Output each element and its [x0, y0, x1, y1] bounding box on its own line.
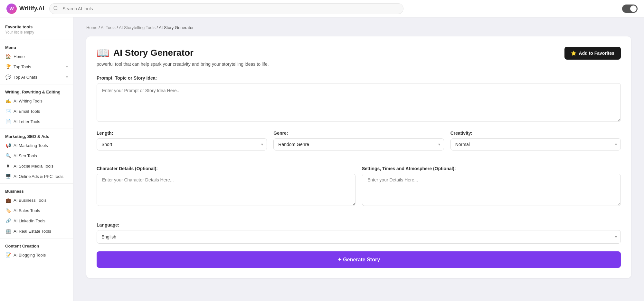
sidebar-item-ai-letter-label: AI Letter Tools — [14, 119, 68, 124]
sidebar-item-ai-marketing-label: AI Marketing Tools — [14, 143, 68, 148]
sidebar-item-ai-marketing-tools[interactable]: 📢 AI Marketing Tools — [0, 140, 73, 150]
search-bar — [49, 3, 403, 14]
chevron-down-icon-2: ▾ — [66, 75, 68, 79]
genre-label: Genre: — [273, 131, 444, 136]
sidebar-item-ai-writing-label: AI Writing Tools — [14, 99, 68, 103]
sidebar-item-ai-business-tools[interactable]: 💼 AI Business Tools — [0, 195, 73, 205]
creativity-select[interactable]: Normal Low High Very High — [450, 138, 621, 150]
ai-blogging-icon: 📝 — [5, 252, 11, 258]
star-icon: ⭐ — [571, 51, 576, 56]
marketing-category: Marketing, SEO & Ads — [0, 131, 73, 140]
breadcrumb-ai-tools[interactable]: AI Tools — [101, 25, 116, 30]
language-select[interactable]: English Spanish French German Portuguese… — [97, 230, 621, 244]
search-input[interactable] — [49, 3, 403, 14]
divider-2 — [0, 84, 73, 84]
character-textarea[interactable] — [97, 174, 355, 206]
sidebar-item-ai-social-media-tools[interactable]: # AI Social Media Tools — [0, 161, 73, 171]
sidebar-item-ai-real-estate-label: AI Real Estate Tools — [14, 229, 68, 234]
options-row: Length: Short Medium Long ▾ Genre: — [97, 131, 621, 158]
sidebar-item-ai-real-estate-tools[interactable]: 🏢 AI Real Estate Tools — [0, 226, 73, 236]
creativity-label: Creativity: — [450, 131, 621, 136]
breadcrumb-storytelling[interactable]: AI Storytelling Tools — [119, 25, 156, 30]
settings-label: Settings, Times and Atmosphere (Optional… — [362, 166, 621, 171]
creativity-select-wrap: Normal Low High Very High ▾ — [450, 138, 621, 150]
divider-3 — [0, 129, 73, 129]
menu-label: Menu — [0, 42, 73, 51]
favorite-tools-title: Favorite tools — [0, 23, 73, 30]
sidebar-item-ai-seo-label: AI Seo Tools — [14, 153, 68, 158]
content-category: Content Creation — [0, 240, 73, 250]
logo-text: Writify.AI — [19, 5, 44, 12]
ai-writing-icon: ✍️ — [5, 98, 11, 104]
ai-marketing-icon: 📢 — [5, 142, 11, 148]
sidebar-item-home[interactable]: 🏠 Home — [0, 51, 73, 62]
add-favorites-label: Add to Favorites — [579, 51, 614, 56]
optional-row: Character Details (Optional): Settings, … — [97, 166, 621, 215]
sidebar-item-ai-sales-tools[interactable]: 🏷️ AI Sales Tools — [0, 205, 73, 216]
length-select[interactable]: Short Medium Long — [97, 138, 267, 150]
ai-sales-icon: 🏷️ — [5, 208, 11, 213]
sidebar-item-home-label: Home — [14, 54, 68, 59]
sidebar-item-ai-sales-label: AI Sales Tools — [14, 208, 68, 213]
ai-ads-icon: 🖥️ — [5, 173, 11, 179]
card-title-area: 📖 AI Story Generator powerful tool that … — [97, 47, 269, 68]
prompt-section: Prompt, Topic or Story idea: — [97, 75, 621, 123]
card-description: powerful tool that can help spark your c… — [97, 61, 269, 68]
character-section: Character Details (Optional): — [97, 166, 355, 207]
sidebar-item-ai-email-tools[interactable]: ✉️ AI Email Tools — [0, 106, 73, 116]
main-card: 📖 AI Story Generator powerful tool that … — [86, 36, 631, 278]
creativity-section: Creativity: Normal Low High Very High ▾ — [450, 131, 621, 150]
page-title: AI Story Generator — [113, 48, 194, 58]
generate-story-button[interactable]: ✦ Generate Story — [97, 251, 621, 268]
sidebar-item-ai-blogging-label: AI Blogging Tools — [14, 253, 68, 257]
sidebar-item-top-tools[interactable]: 🏆 Top Tools ▾ — [0, 62, 73, 72]
sidebar-item-ai-blogging-tools[interactable]: 📝 AI Blogging Tools — [0, 250, 73, 260]
top-bar: W Writify.AI — [0, 0, 644, 17]
logo[interactable]: W Writify.AI — [6, 4, 44, 14]
sidebar-item-ai-online-ads[interactable]: 🖥️ AI Online Ads & PPC Tools — [0, 171, 73, 181]
genre-select-wrap: Random Genre Fantasy Science Fiction Mys… — [273, 138, 444, 150]
language-select-wrap: English Spanish French German Portuguese… — [97, 230, 621, 244]
sidebar-item-top-ai-chats[interactable]: 💬 Top AI Chats ▾ — [0, 72, 73, 82]
language-label: Language: — [97, 222, 621, 228]
card-title-inner: 📖 AI Story Generator — [97, 47, 269, 59]
sidebar-item-ai-social-label: AI Social Media Tools — [14, 164, 68, 169]
breadcrumb-home[interactable]: Home — [86, 25, 98, 30]
top-tools-icon: 🏆 — [5, 64, 11, 70]
card-title-text: AI Story Generator — [113, 48, 194, 58]
logo-icon: W — [6, 4, 17, 14]
settings-textarea[interactable] — [362, 174, 621, 206]
sidebar-item-ai-letter-tools[interactable]: 📄 AI Letter Tools — [0, 116, 73, 127]
dark-mode-toggle[interactable] — [622, 5, 638, 13]
divider-4 — [0, 183, 73, 184]
language-section: Language: English Spanish French German … — [97, 222, 621, 244]
ai-email-icon: ✉️ — [5, 108, 11, 114]
sidebar-item-top-tools-label: Top Tools — [14, 64, 63, 69]
prompt-textarea[interactable] — [97, 83, 621, 122]
ai-seo-icon: 🔍 — [5, 153, 11, 159]
business-category: Business — [0, 186, 73, 195]
sidebar-item-ai-seo-tools[interactable]: 🔍 AI Seo Tools — [0, 150, 73, 161]
add-favorites-button[interactable]: ⭐ Add to Favorites — [564, 47, 621, 60]
chevron-down-icon: ▾ — [66, 64, 68, 69]
divider-1 — [0, 40, 73, 40]
sidebar-item-ai-email-label: AI Email Tools — [14, 109, 68, 114]
sidebar-item-ai-linkedin-tools[interactable]: 🔗 AI LinkedIn Tools — [0, 216, 73, 226]
sidebar-item-ai-business-label: AI Business Tools — [14, 198, 68, 203]
writing-category: Writing, Rewriting & Editing — [0, 86, 73, 96]
generate-story-label: ✦ Generate Story — [337, 257, 380, 263]
ai-linkedin-icon: 🔗 — [5, 218, 11, 224]
content-area: Home / AI Tools / AI Storytelling Tools … — [73, 17, 644, 301]
sidebar-item-ai-writing-tools[interactable]: ✍️ AI Writing Tools — [0, 96, 73, 106]
main-layout: Favorite tools Your list is empty Menu 🏠… — [0, 17, 644, 301]
top-ai-chats-icon: 💬 — [5, 74, 11, 80]
sidebar-item-ai-linkedin-label: AI LinkedIn Tools — [14, 218, 68, 223]
divider-5 — [0, 238, 73, 238]
genre-select[interactable]: Random Genre Fantasy Science Fiction Mys… — [273, 138, 444, 150]
ai-real-estate-icon: 🏢 — [5, 228, 11, 234]
length-label: Length: — [97, 131, 267, 136]
ai-social-icon: # — [5, 163, 11, 169]
breadcrumb: Home / AI Tools / AI Storytelling Tools … — [86, 25, 631, 30]
length-section: Length: Short Medium Long ▾ — [97, 131, 267, 150]
search-icon — [53, 5, 58, 12]
